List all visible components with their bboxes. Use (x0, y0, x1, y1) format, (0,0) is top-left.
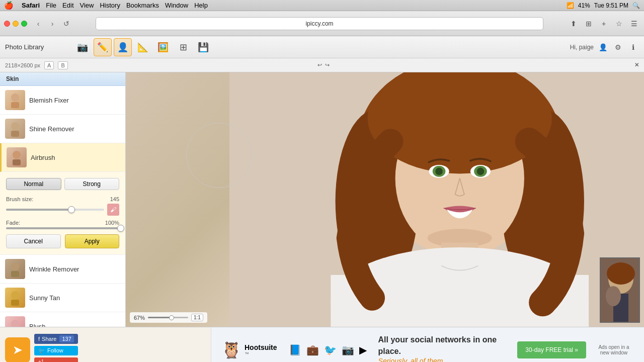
toolbar-layout[interactable]: 📐 (134, 38, 152, 56)
sidebar-toggle[interactable]: ☰ (628, 18, 640, 30)
apple-menu[interactable]: 🍎 (4, 1, 14, 10)
text-button-b[interactable]: B (58, 61, 67, 69)
browser-toolbar-right: ⬆ ⊞ + ☆ ☰ (568, 18, 640, 30)
toolbar-right: Hi, paige 👤 ⚙ ℹ (570, 41, 639, 53)
traffic-lights (4, 21, 27, 27)
new-tab-button[interactable]: + (598, 18, 610, 30)
hi-user-label: Hi, paige (570, 44, 594, 51)
minimap[interactable] (600, 257, 640, 323)
menu-help[interactable]: Help (194, 2, 208, 9)
toolbar-save[interactable]: 💾 (194, 38, 212, 56)
cancel-button[interactable]: Cancel (6, 234, 61, 248)
sub-toolbar: 2118×2600 px A B ↩ ↪ ✕ (0, 58, 644, 72)
airbrush-label: Airbrush (31, 154, 55, 161)
menu-history[interactable]: History (100, 2, 120, 9)
menu-bar: 🍎 Safari File Edit View History Bookmark… (0, 0, 644, 11)
hootsuite-sub: ™ (245, 351, 277, 356)
back-button[interactable]: ‹ (33, 19, 43, 29)
text-button-a[interactable]: A (44, 61, 54, 69)
refresh-button[interactable]: ↺ (61, 19, 71, 29)
social-buttons: fShare137 🐦Follow +1 (34, 334, 78, 363)
apply-button[interactable]: Apply (65, 234, 120, 248)
svg-point-23 (435, 168, 443, 175)
toolbar-stickers[interactable]: ⊞ (174, 38, 192, 56)
trial-button[interactable]: 30-day FREE trial » (517, 341, 586, 358)
toolbar-portrait[interactable]: 👤 (114, 38, 132, 56)
bookmark-button[interactable]: ☆ (613, 18, 625, 30)
sidebar-item-wrinkle-remover[interactable]: Wrinkle Remover (0, 255, 125, 284)
sidebar-item-airbrush[interactable]: Airbrush (0, 143, 125, 172)
sub-toolbar-right: ↩ ↪ ✕ (317, 62, 639, 68)
zoom-slider[interactable] (148, 317, 188, 318)
zoom-bar: 67% 1:1 (130, 312, 207, 323)
portrait-image (229, 72, 644, 327)
canvas-area[interactable]: 67% 1:1 (126, 72, 644, 327)
svg-point-26 (477, 168, 485, 175)
facebook-share-button[interactable]: fShare137 (34, 334, 78, 344)
image-dimensions: 2118×2600 px (5, 62, 40, 68)
menu-edit[interactable]: Edit (62, 2, 73, 9)
app-toolbar: Photo Library 📷 ✏️ 👤 📐 🖼️ ⊞ 💾 Hi, paige … (0, 36, 644, 58)
browser-chrome: ‹ › ↺ ipiccy.com ⬆ ⊞ + ☆ ☰ (0, 11, 644, 36)
ad-note: Ads open in a new window (594, 344, 634, 355)
fade-row: Fade: 100% (6, 220, 119, 229)
sidebar-item-blush[interactable]: Blush (0, 312, 125, 327)
menu-file[interactable]: File (46, 2, 56, 9)
ad-sub-text: Seriously, all of them. (378, 357, 510, 362)
brush-icon: 🖌 (107, 204, 119, 216)
gplus-button[interactable]: +1 (34, 357, 78, 363)
mode-normal-button[interactable]: Normal (6, 178, 61, 190)
blemish-fixer-avatar (5, 90, 25, 110)
svg-point-10 (11, 320, 19, 327)
ad-social-icons: 📘 💼 🐦 📷 ▶ (289, 344, 367, 356)
photo-library-label[interactable]: Photo Library (5, 43, 65, 51)
user-avatar[interactable]: 👤 (597, 41, 609, 53)
clock: Tue 9:51 PM (594, 2, 628, 9)
share-button[interactable]: ⬆ (568, 18, 580, 30)
svg-rect-1 (11, 102, 19, 108)
brush-size-label: Brush size: 145 (6, 196, 119, 202)
settings-button[interactable]: ⚙ (612, 41, 624, 53)
forward-button[interactable]: › (47, 19, 57, 29)
minimize-button[interactable] (13, 21, 19, 27)
svg-point-35 (606, 286, 621, 306)
menu-view[interactable]: View (80, 2, 94, 9)
app-name[interactable]: Safari (22, 2, 40, 9)
sidebar-item-sunny-tan[interactable]: Sunny Tan (0, 284, 125, 312)
search-icon[interactable]: 🔍 (632, 2, 640, 9)
redo-button[interactable]: ↪ (325, 62, 330, 68)
menu-bookmarks[interactable]: Bookmarks (126, 2, 159, 9)
svg-rect-7 (11, 271, 19, 277)
toolbar-frames[interactable]: 🖼️ (154, 38, 172, 56)
sidebar-item-blemish-fixer[interactable]: Blemish Fixer (0, 86, 125, 115)
mode-strong-button[interactable]: Strong (64, 178, 120, 190)
undo-button[interactable]: ↩ (317, 62, 322, 68)
mode-buttons: Normal Strong (6, 178, 119, 190)
tab-button[interactable]: ⊞ (583, 18, 595, 30)
wrinkle-remover-avatar (5, 259, 25, 279)
twitter-follow-button[interactable]: 🐦Follow (34, 346, 78, 355)
photo-background: 67% 1:1 (126, 72, 644, 327)
action-buttons: Cancel Apply (6, 234, 119, 248)
svg-rect-5 (13, 159, 21, 165)
brush-size-slider[interactable] (6, 209, 104, 211)
close-button[interactable] (4, 21, 10, 27)
close-panel-button[interactable]: ✕ (634, 62, 639, 68)
ad-bar: ➤ fShare137 🐦Follow +1 🦉 Hootsuite ™ 📘 💼… (0, 327, 644, 362)
blemish-fixer-label: Blemish Fixer (29, 97, 69, 104)
toolbar-enhance[interactable]: ✏️ (94, 38, 112, 56)
toolbar-camera[interactable]: 📷 (73, 38, 92, 56)
fullscreen-button[interactable] (21, 21, 27, 27)
address-bar[interactable]: ipiccy.com (96, 17, 543, 30)
ratio-button[interactable]: 1:1 (191, 314, 203, 321)
sidebar-item-shine-remover[interactable]: Shine Remover (0, 115, 125, 143)
svg-point-8 (11, 291, 19, 299)
fade-slider[interactable] (6, 227, 119, 229)
skin-section-header[interactable]: Skin (0, 72, 125, 86)
svg-point-33 (607, 262, 635, 285)
info-button[interactable]: ℹ (627, 41, 639, 53)
blush-avatar (5, 316, 25, 327)
ad-left: ➤ fShare137 🐦Follow +1 (0, 327, 211, 363)
menu-window[interactable]: Window (165, 2, 188, 9)
ad-arrow-icon: ➤ (5, 337, 30, 363)
